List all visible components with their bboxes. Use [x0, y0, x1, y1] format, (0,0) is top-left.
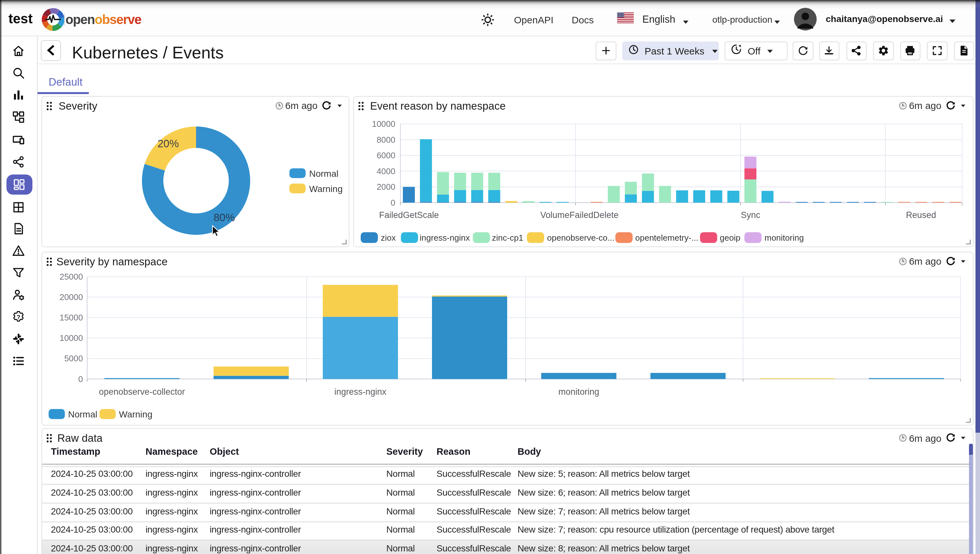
svg-text:8000: 8000	[376, 135, 395, 144]
svg-text:zinc-cp1: zinc-cp1	[492, 233, 523, 242]
svg-text:2000: 2000	[376, 182, 395, 192]
svg-text:ingress-nginx: ingress-nginx	[419, 233, 469, 242]
svg-text:10000: 10000	[59, 333, 83, 343]
svg-text:0: 0	[78, 374, 83, 384]
svg-text:openobserve-collector: openobserve-collector	[99, 386, 185, 396]
svg-text:geoip: geoip	[719, 233, 740, 242]
svg-text:Normal: Normal	[68, 409, 97, 419]
svg-text:Warning: Warning	[119, 409, 152, 419]
svg-text:monitoring: monitoring	[558, 386, 599, 396]
svg-text:openobserve-co...: openobserve-co...	[547, 233, 614, 242]
svg-text:VolumeFailedDelete: VolumeFailedDelete	[540, 210, 618, 220]
svg-text:ingress-nginx: ingress-nginx	[334, 386, 386, 396]
svg-text:Reused: Reused	[905, 210, 935, 220]
svg-text:?: ?	[16, 314, 20, 321]
svg-text:20000: 20000	[59, 292, 83, 302]
svg-text:5000: 5000	[64, 353, 83, 363]
svg-text:ziox: ziox	[380, 233, 395, 242]
svg-text:Normal: Normal	[309, 168, 338, 179]
svg-text:Warning: Warning	[309, 184, 342, 194]
svg-text:6000: 6000	[376, 150, 395, 160]
svg-text:15000: 15000	[59, 312, 83, 322]
svg-text:20%: 20%	[157, 137, 178, 149]
svg-text:25000: 25000	[59, 271, 83, 281]
svg-text:10000: 10000	[372, 119, 395, 128]
svg-text:monitoring: monitoring	[764, 233, 803, 242]
svg-text:0: 0	[390, 198, 395, 207]
svg-text:Sync: Sync	[740, 210, 760, 220]
svg-text:4000: 4000	[376, 166, 395, 176]
svg-text:opentelemetry-...: opentelemetry-...	[635, 233, 698, 242]
svg-text:FailedGetScale: FailedGetScale	[379, 210, 439, 220]
svg-text:80%: 80%	[213, 211, 235, 223]
